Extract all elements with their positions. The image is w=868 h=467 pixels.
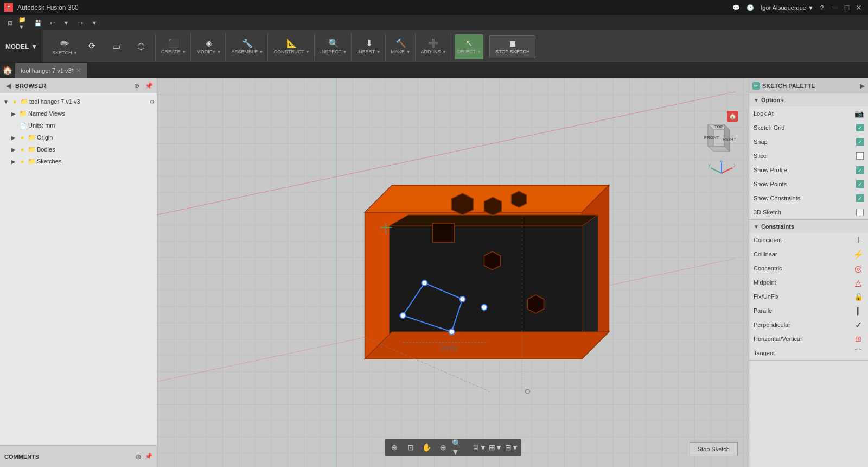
- maximize-button[interactable]: □: [842, 3, 852, 12]
- close-button[interactable]: ✕: [854, 3, 864, 12]
- root-visibility-icon[interactable]: ●: [11, 98, 18, 105]
- show-points-checkbox[interactable]: ✓: [856, 180, 864, 188]
- view-options-button[interactable]: ⊟▼: [505, 440, 520, 455]
- polygon-tool[interactable]: ⬡: [129, 34, 153, 59]
- root-settings-icon[interactable]: ⚙: [150, 99, 155, 105]
- create-tool[interactable]: ⬛ CREATE ▼: [159, 34, 188, 59]
- home-tab-icon[interactable]: 🏠: [0, 63, 15, 78]
- show-points-row[interactable]: Show Points ✓: [749, 177, 868, 191]
- concentric-row[interactable]: Concentric ◎: [749, 261, 868, 275]
- named-views-expand-icon[interactable]: ▶: [10, 110, 17, 117]
- model-selector[interactable]: MODEL ▼: [0, 30, 43, 62]
- zoom-button[interactable]: ⊕: [436, 440, 451, 455]
- tree-units[interactable]: 📄 Units: mm: [0, 119, 157, 131]
- viewport[interactable]: 20.00 🏠: [157, 78, 749, 467]
- undo-icon[interactable]: ↩: [47, 17, 58, 28]
- inspect-tool[interactable]: 🔍 INSPECT ▼: [318, 34, 349, 59]
- tree-named-views[interactable]: ▶ 📁 Named Views: [0, 108, 157, 119]
- make-tool[interactable]: 🔨 MAKE ▼: [389, 34, 413, 59]
- midpoint-row[interactable]: Midpoint △: [749, 275, 868, 289]
- sketch-tool[interactable]: ✏ SKETCH ▼: [50, 34, 80, 59]
- show-profile-checkbox[interactable]: ✓: [856, 166, 864, 174]
- collinear-row[interactable]: Collinear ⚡: [749, 247, 868, 261]
- snap-row[interactable]: Snap ✓: [749, 135, 868, 149]
- orbit-button[interactable]: ⊕: [387, 440, 402, 455]
- save-icon[interactable]: 💾: [33, 17, 43, 28]
- tree-root[interactable]: ▼ ● 📁 tool hanger 7 v1 v3 ⚙: [0, 96, 157, 108]
- stop-sketch-button[interactable]: Stop Sketch: [690, 442, 738, 456]
- bodies-expand-icon[interactable]: ▶: [10, 146, 17, 153]
- redo-dropdown-icon[interactable]: ▼: [89, 17, 100, 28]
- zoom-dropdown-button[interactable]: 🔍▼: [452, 440, 467, 455]
- browser-options-btn[interactable]: ⊕: [132, 81, 142, 91]
- sketches-expand-icon[interactable]: ▶: [10, 157, 17, 165]
- perpendicular-row[interactable]: Perpendicular ✓: [749, 318, 868, 332]
- tab-close-button[interactable]: ✕: [76, 67, 81, 74]
- coincident-row[interactable]: Coincident ⊥: [749, 233, 868, 247]
- display-mode-button[interactable]: 🖥▼: [472, 440, 487, 455]
- comments-add-button[interactable]: ⊕: [135, 452, 142, 461]
- sketch-grid-checkbox[interactable]: ✓: [856, 124, 864, 131]
- modify-tool[interactable]: ◈ MODIFY ▼: [194, 34, 223, 59]
- sketch-palette-icon: ✏: [752, 82, 760, 90]
- construct-tool[interactable]: 📐 CONSTRUCT ▼: [271, 34, 312, 59]
- help-icon[interactable]: ?: [820, 4, 824, 11]
- select-tool[interactable]: ↖ SELECT ▼: [455, 34, 483, 59]
- 3d-sketch-checkbox[interactable]: [856, 209, 864, 216]
- grid-display-button[interactable]: ⊞▼: [488, 440, 503, 455]
- tab-label: tool hanger 7 v1 v3*: [21, 67, 74, 74]
- browser-collapse-btn[interactable]: ◀: [3, 81, 13, 91]
- root-expand-icon[interactable]: ▼: [2, 98, 10, 105]
- nav-cube[interactable]: 🏠 FRONT RIGHT TOP: [689, 111, 738, 160]
- line-tool[interactable]: ▭: [105, 34, 129, 59]
- origin-visibility-icon[interactable]: ●: [18, 134, 26, 141]
- origin-expand-icon[interactable]: ▶: [10, 134, 17, 141]
- undo-dropdown-icon[interactable]: ▼: [61, 17, 72, 28]
- tree-origin[interactable]: ▶ ● 📁 Origin: [0, 131, 157, 143]
- show-constraints-checkbox[interactable]: ✓: [856, 194, 864, 202]
- sketches-folder-icon: 📁: [27, 157, 36, 166]
- show-profile-row[interactable]: Show Profile ✓: [749, 163, 868, 177]
- sketch-palette-collapse-button[interactable]: ▶: [860, 82, 865, 90]
- bodies-visibility-icon[interactable]: ●: [18, 146, 26, 153]
- document-tab[interactable]: tool hanger 7 v1 v3* ✕: [15, 63, 87, 78]
- modify-label: MODIFY ▼: [196, 49, 221, 54]
- fix-unfix-row[interactable]: Fix/UnFix 🔒: [749, 289, 868, 304]
- pan-hand-button[interactable]: ✋: [419, 440, 435, 455]
- notification-icon[interactable]: 💬: [732, 4, 740, 11]
- sketches-visibility-icon[interactable]: ●: [18, 157, 26, 165]
- insert-tool[interactable]: ⬇ INSERT ▼: [355, 34, 382, 59]
- pan-button[interactable]: ⊡: [403, 440, 418, 455]
- options-section-header[interactable]: ▼ Options: [749, 93, 868, 106]
- make-label: MAKE ▼: [391, 49, 411, 54]
- sketch-grid-row[interactable]: Sketch Grid ✓: [749, 121, 868, 135]
- addins-tool[interactable]: ➕ ADD-INS ▼: [419, 34, 449, 59]
- parallel-row[interactable]: Parallel ∥: [749, 304, 868, 318]
- user-account[interactable]: Igor Albuquerque ▼: [761, 4, 814, 11]
- file-menu-icon[interactable]: 📁▼: [18, 17, 29, 28]
- show-constraints-row[interactable]: Show Constraints ✓: [749, 191, 868, 205]
- look-at-button[interactable]: 📷: [854, 109, 864, 118]
- snap-checkbox[interactable]: ✓: [856, 138, 864, 146]
- assemble-tool[interactable]: 🔧 ASSEMBLE ▼: [229, 34, 265, 59]
- constraints-section-header[interactable]: ▼ Constraints: [749, 220, 868, 233]
- history-icon[interactable]: 🕐: [746, 4, 754, 11]
- create-icon: ⬛: [168, 39, 179, 48]
- slice-checkbox[interactable]: [856, 152, 864, 160]
- stop-sketch-tool[interactable]: ⏹ STOP SKETCH: [489, 35, 535, 58]
- 3d-sketch-row[interactable]: 3D Sketch: [749, 205, 868, 219]
- tree-bodies[interactable]: ▶ ● 📁 Bodies: [0, 143, 157, 155]
- minimize-button[interactable]: ─: [830, 3, 840, 12]
- tree-sketches[interactable]: ▶ ● 📁 Sketches: [0, 155, 157, 167]
- create-sketch-tool[interactable]: ⟳: [80, 34, 104, 59]
- comments-pin-button[interactable]: 📌: [145, 453, 152, 460]
- tangent-row[interactable]: Tangent ⌒: [749, 346, 868, 360]
- horizontal-vertical-row[interactable]: Horizontal/Vertical ⊞: [749, 332, 868, 346]
- redo-icon[interactable]: ↪: [75, 17, 86, 28]
- slice-row[interactable]: Slice: [749, 149, 868, 163]
- collinear-label: Collinear: [754, 251, 853, 257]
- make-group: 🔨 MAKE ▼: [387, 33, 416, 60]
- browser-pin-btn[interactable]: 📌: [144, 81, 154, 91]
- look-at-row[interactable]: Look At 📷: [749, 106, 868, 121]
- apps-icon[interactable]: ⊞: [4, 17, 15, 28]
